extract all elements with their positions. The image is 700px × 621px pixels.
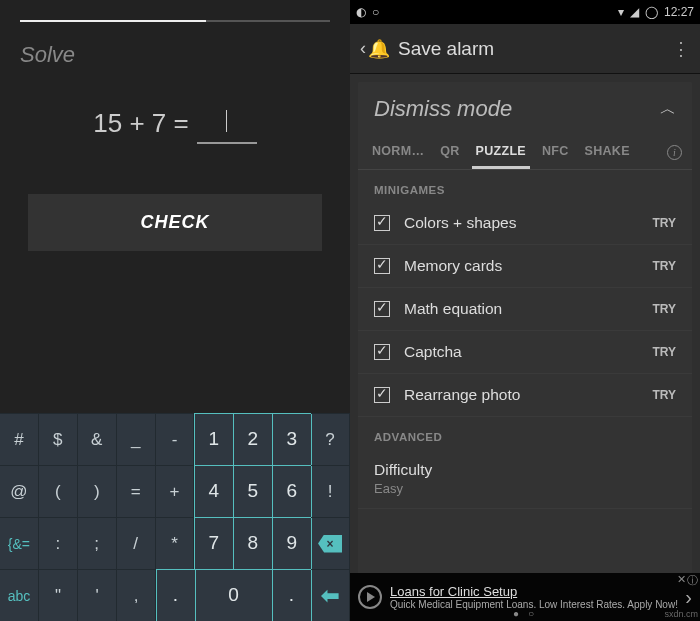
checkbox-icon[interactable] bbox=[374, 387, 390, 403]
key-slash[interactable]: / bbox=[117, 517, 156, 569]
key-1[interactable]: 1 bbox=[194, 413, 234, 466]
key-hash[interactable]: # bbox=[0, 413, 39, 465]
minigame-row[interactable]: Rearrange photo TRY bbox=[358, 374, 692, 417]
math-puzzle-pane: Solve 15 + 7 = CHECK # $ & _ - 1 2 3 ? @… bbox=[0, 0, 350, 621]
key-underscore[interactable]: _ bbox=[117, 413, 156, 465]
checkbox-icon[interactable] bbox=[374, 258, 390, 274]
ad-play-icon[interactable] bbox=[358, 585, 382, 609]
solve-label: Solve bbox=[20, 42, 335, 68]
key-6[interactable]: 6 bbox=[272, 465, 312, 518]
key-abc[interactable]: abc bbox=[0, 569, 39, 621]
check-button[interactable]: CHECK bbox=[28, 194, 322, 251]
minigame-row[interactable]: Memory cards TRY bbox=[358, 245, 692, 288]
equation-text: 15 + 7 = bbox=[93, 108, 188, 139]
try-button[interactable]: TRY bbox=[652, 388, 676, 402]
try-button[interactable]: TRY bbox=[652, 216, 676, 230]
backspace-icon: × bbox=[318, 535, 342, 553]
tab-normal[interactable]: NORM… bbox=[368, 136, 428, 169]
difficulty-label: Difficulty bbox=[374, 461, 432, 479]
minigames-header: MINIGAMES bbox=[358, 170, 692, 202]
minigame-label: Rearrange photo bbox=[404, 386, 652, 404]
key-star[interactable]: * bbox=[156, 517, 195, 569]
key-2[interactable]: 2 bbox=[233, 413, 273, 466]
clock-text: 12:27 bbox=[664, 5, 694, 19]
watermark: sxdn.cm bbox=[664, 609, 698, 619]
ad-title: Loans for Clinic Setup bbox=[390, 584, 679, 599]
keyboard: # $ & _ - 1 2 3 ? @ ( ) = + 4 5 6 ! {&= … bbox=[0, 413, 350, 621]
puzzle-area: Solve 15 + 7 = CHECK bbox=[0, 0, 350, 413]
key-colon[interactable]: : bbox=[39, 517, 78, 569]
key-8[interactable]: 8 bbox=[233, 517, 273, 570]
ad-close-icon[interactable]: ✕ bbox=[677, 573, 686, 586]
minigame-row[interactable]: Colors + shapes TRY bbox=[358, 202, 692, 245]
tab-qr[interactable]: QR bbox=[436, 136, 463, 169]
key-plus[interactable]: + bbox=[156, 465, 195, 517]
key-dollar[interactable]: $ bbox=[39, 413, 78, 465]
key-minus[interactable]: - bbox=[156, 413, 195, 465]
key-lparen[interactable]: ( bbox=[39, 465, 78, 517]
tab-nfc[interactable]: NFC bbox=[538, 136, 573, 169]
try-button[interactable]: TRY bbox=[652, 302, 676, 316]
title-bar: ‹ 🔔 Save alarm ⋮ bbox=[350, 24, 700, 74]
answer-input[interactable] bbox=[197, 110, 257, 144]
enter-icon: ⬅ bbox=[321, 583, 339, 609]
dismiss-mode-card: Dismiss mode ︿ NORM… QR PUZZLE NFC SHAKE… bbox=[358, 82, 692, 621]
back-icon[interactable]: ‹ bbox=[360, 38, 366, 59]
battery-icon: ◯ bbox=[645, 5, 658, 19]
ad-arrow-icon[interactable]: › bbox=[685, 586, 692, 609]
key-semicolon[interactable]: ; bbox=[78, 517, 117, 569]
minigame-row[interactable]: Captcha TRY bbox=[358, 331, 692, 374]
key-0[interactable]: 0 bbox=[195, 569, 273, 622]
key-bang[interactable]: ! bbox=[311, 465, 350, 517]
info-icon[interactable]: i bbox=[667, 145, 682, 160]
checkbox-icon[interactable] bbox=[374, 301, 390, 317]
key-question[interactable]: ? bbox=[311, 413, 350, 465]
key-3[interactable]: 3 bbox=[272, 413, 312, 466]
minigame-row[interactable]: Math equation TRY bbox=[358, 288, 692, 331]
tab-shake[interactable]: SHAKE bbox=[581, 136, 634, 169]
advanced-header: ADVANCED bbox=[358, 417, 692, 449]
ad-text: Loans for Clinic Setup Quick Medical Equ… bbox=[390, 584, 679, 610]
card-heading: Dismiss mode bbox=[374, 96, 660, 122]
key-squote[interactable]: ' bbox=[78, 569, 117, 621]
minigame-label: Math equation bbox=[404, 300, 652, 318]
minigame-label: Captcha bbox=[404, 343, 652, 361]
progress-bar bbox=[20, 20, 330, 22]
checkbox-icon[interactable] bbox=[374, 215, 390, 231]
ad-banner[interactable]: ✕ ⓘ Loans for Clinic Setup Quick Medical… bbox=[350, 573, 700, 621]
key-5[interactable]: 5 bbox=[233, 465, 273, 518]
key-4[interactable]: 4 bbox=[194, 465, 234, 518]
key-at[interactable]: @ bbox=[0, 465, 39, 517]
overflow-icon[interactable]: ⋮ bbox=[672, 38, 690, 60]
minigame-label: Colors + shapes bbox=[404, 214, 652, 232]
try-button[interactable]: TRY bbox=[652, 345, 676, 359]
mode-tabs: NORM… QR PUZZLE NFC SHAKE i bbox=[358, 136, 692, 170]
chevron-up-icon: ︿ bbox=[660, 99, 676, 120]
try-button[interactable]: TRY bbox=[652, 259, 676, 273]
key-dquote[interactable]: " bbox=[39, 569, 78, 621]
key-backspace[interactable]: × bbox=[311, 517, 350, 569]
alarm-icon: 🔔 bbox=[368, 38, 390, 60]
ad-indicator: ● ○ bbox=[513, 608, 537, 619]
difficulty-row[interactable]: Difficulty Easy bbox=[358, 449, 692, 509]
tab-puzzle[interactable]: PUZZLE bbox=[472, 136, 530, 169]
alarm-settings-pane: ◐ ○ ▾ ◢ ◯ 12:27 ‹ 🔔 Save alarm ⋮ Dismiss… bbox=[350, 0, 700, 621]
ad-info-icon[interactable]: ⓘ bbox=[687, 573, 698, 588]
status-bar: ◐ ○ ▾ ◢ ◯ 12:27 bbox=[350, 0, 700, 24]
card-header[interactable]: Dismiss mode ︿ bbox=[358, 82, 692, 136]
key-equals[interactable]: = bbox=[117, 465, 156, 517]
content-area: Dismiss mode ︿ NORM… QR PUZZLE NFC SHAKE… bbox=[350, 74, 700, 621]
key-comma[interactable]: , bbox=[117, 569, 156, 621]
key-rparen[interactable]: ) bbox=[78, 465, 117, 517]
key-9[interactable]: 9 bbox=[272, 517, 312, 570]
key-period[interactable]: . bbox=[156, 569, 196, 622]
checkbox-icon[interactable] bbox=[374, 344, 390, 360]
key-amp[interactable]: & bbox=[78, 413, 117, 465]
key-enter[interactable]: ⬅ bbox=[311, 569, 350, 621]
page-title: Save alarm bbox=[398, 38, 672, 60]
key-symbols[interactable]: {&= bbox=[0, 517, 39, 569]
signal-icon: ◢ bbox=[630, 5, 639, 19]
key-numperiod[interactable]: . bbox=[272, 569, 312, 622]
key-7[interactable]: 7 bbox=[194, 517, 234, 570]
difficulty-value: Easy bbox=[374, 481, 403, 496]
